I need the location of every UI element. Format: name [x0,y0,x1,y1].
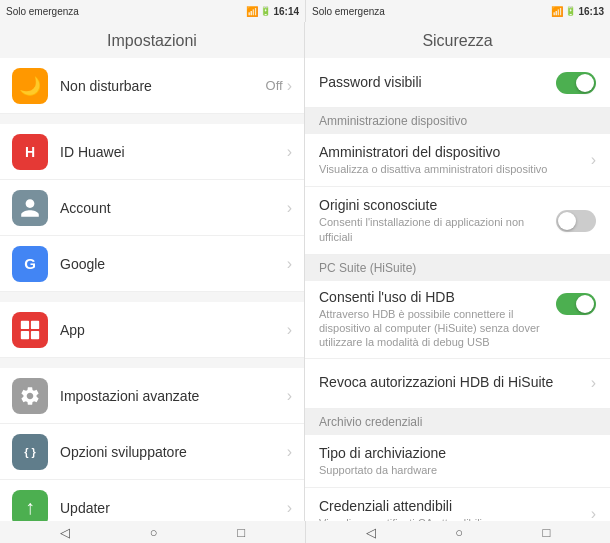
svg-rect-3 [31,330,39,338]
hdb-title: Consenti l'uso di HDB [319,289,548,305]
hdb-block: Consenti l'uso di HDB Attraverso HDB è p… [319,289,548,350]
icon-impostazioni-avanzate [12,378,48,414]
revoca-title: Revoca autorizzazioni HDB di HiSuite [319,374,591,390]
archiviazione-subtitle: Supportato da hardware [319,463,596,477]
chevron-non-disturbare: › [287,77,292,95]
settings-item-account[interactable]: Account › [0,180,304,236]
label-impostazioni-avanzate: Impostazioni avanzate [60,388,287,404]
archiviazione-title: Tipo di archiviazione [319,445,596,461]
chevron-app: › [287,321,292,339]
home-icon-left[interactable]: ○ [150,525,158,540]
battery-icon-right: 🔋 [565,6,576,16]
icon-opzioni-sviluppatore: { } [12,434,48,470]
amministratori-block: Amministratori del dispositivo Visualizz… [319,144,591,176]
credenziali-block: Credenziali attendibili Visualizza certi… [319,498,591,521]
svg-rect-1 [31,320,39,328]
icon-updater: ↑ [12,490,48,522]
security-item-origini[interactable]: Origini sconosciute Consenti l'installaz… [305,187,610,255]
settings-item-id-huawei[interactable]: H ID Huawei › [0,124,304,180]
chevron-impostazioni-avanzate: › [287,387,292,405]
password-visibili-block: Password visibili [319,74,548,92]
section-label-amministrazione: Amministrazione dispositivo [319,114,467,128]
revoca-block: Revoca autorizzazioni HDB di HiSuite [319,374,591,392]
right-panel: Sicurezza Password visibili Amministrazi… [305,22,610,521]
origini-subtitle: Consenti l'installazione di applicazioni… [319,215,548,244]
bottom-nav: ◁ ○ □ ◁ ○ □ [0,521,610,543]
hdb-subtitle: Attraverso HDB è possibile connettere il… [319,307,548,350]
chevron-amministratori: › [591,151,596,169]
left-panel-title: Impostazioni [0,22,304,58]
icon-google: G [12,246,48,282]
chevron-opzioni-sviluppatore: › [287,443,292,461]
security-item-hdb[interactable]: Consenti l'uso di HDB Attraverso HDB è p… [305,281,610,359]
back-icon-right[interactable]: ◁ [366,525,376,540]
battery-icon: 🔋 [260,6,271,16]
chevron-google: › [287,255,292,273]
icon-id-huawei: H [12,134,48,170]
settings-item-opzioni-sviluppatore[interactable]: { } Opzioni sviluppatore › [0,424,304,480]
toggle-hdb[interactable] [556,293,596,315]
chevron-updater: › [287,499,292,517]
label-opzioni-sviluppatore: Opzioni sviluppatore [60,444,287,460]
left-panel: Impostazioni 🌙 Non disturbare Off › H ID… [0,22,305,521]
origini-block: Origini sconosciute Consenti l'installaz… [319,197,548,244]
label-app: App [60,322,287,338]
gap-1 [0,114,304,124]
password-visibili-title: Password visibili [319,74,548,90]
emergency-right: Solo emergenza [312,6,385,17]
status-bar-left: Solo emergenza 📶 🔋 16:14 [0,0,305,22]
main-content: Impostazioni 🌙 Non disturbare Off › H ID… [0,22,610,521]
origini-title: Origini sconosciute [319,197,548,213]
status-icons-right: 📶 🔋 16:13 [551,6,604,17]
recent-icon-right[interactable]: □ [542,525,550,540]
settings-item-google[interactable]: G Google › [0,236,304,292]
security-item-revoca[interactable]: Revoca autorizzazioni HDB di HiSuite › [305,359,610,409]
toggle-origini[interactable] [556,210,596,232]
recent-icon-left[interactable]: □ [237,525,245,540]
section-header-archivio: Archivio credenziali [305,409,610,435]
nav-half-right: ◁ ○ □ [305,521,610,543]
gap-2 [0,292,304,302]
icon-app [12,312,48,348]
toggle-knob-origini [558,212,576,230]
chevron-id-huawei: › [287,143,292,161]
svg-rect-2 [21,330,29,338]
amministratori-subtitle: Visualizza o disattiva amministratori di… [319,162,591,176]
wifi-icon-right: 📶 [551,6,563,17]
back-icon-left[interactable]: ◁ [60,525,70,540]
settings-item-updater[interactable]: ↑ Updater › [0,480,304,521]
label-non-disturbare: Non disturbare [60,78,266,94]
toggle-knob-hdb [576,295,594,313]
chevron-revoca: › [591,374,596,392]
settings-item-non-disturbare[interactable]: 🌙 Non disturbare Off › [0,58,304,114]
settings-item-app[interactable]: App › [0,302,304,358]
right-panel-title: Sicurezza [305,22,610,58]
amministratori-title: Amministratori del dispositivo [319,144,591,160]
svg-rect-0 [21,320,29,328]
home-icon-right[interactable]: ○ [455,525,463,540]
toggle-knob-password [576,74,594,92]
section-label-pc-suite: PC Suite (HiSuite) [319,261,416,275]
label-account: Account [60,200,287,216]
label-google: Google [60,256,287,272]
security-item-credenziali[interactable]: Credenziali attendibili Visualizza certi… [305,488,610,521]
value-non-disturbare: Off [266,78,283,93]
toggle-password-visibili[interactable] [556,72,596,94]
chevron-account: › [287,199,292,217]
security-item-amministratori[interactable]: Amministratori del dispositivo Visualizz… [305,134,610,187]
emergency-left: Solo emergenza [6,6,79,17]
time-right: 16:13 [578,6,604,17]
status-icons-left: 📶 🔋 16:14 [246,6,299,17]
security-item-archiviazione: Tipo di archiviazione Supportato da hard… [305,435,610,488]
settings-item-impostazioni-avanzate[interactable]: Impostazioni avanzate › [0,368,304,424]
section-header-amministrazione: Amministrazione dispositivo [305,108,610,134]
label-id-huawei: ID Huawei [60,144,287,160]
security-item-password-visibili[interactable]: Password visibili [305,58,610,108]
chevron-credenziali: › [591,505,596,521]
wifi-icon: 📶 [246,6,258,17]
archiviazione-block: Tipo di archiviazione Supportato da hard… [319,445,596,477]
gap-3 [0,358,304,368]
section-label-archivio: Archivio credenziali [319,415,422,429]
status-bar-right: Solo emergenza 📶 🔋 16:13 [305,0,610,22]
icon-non-disturbare: 🌙 [12,68,48,104]
